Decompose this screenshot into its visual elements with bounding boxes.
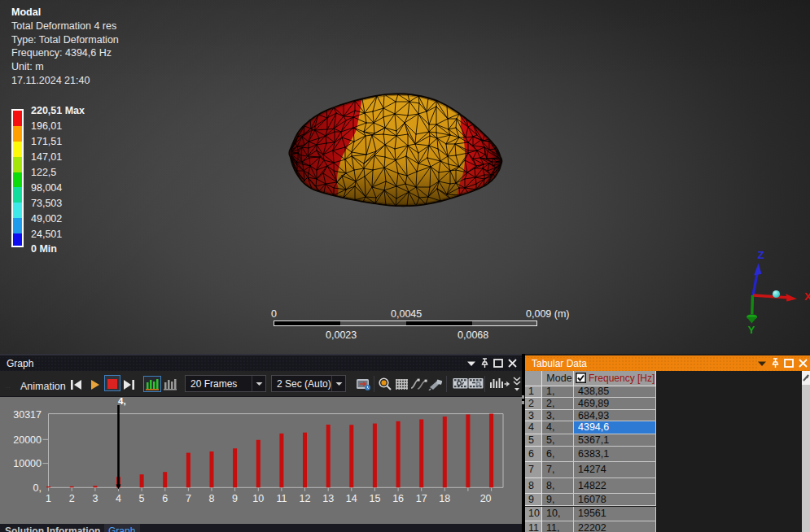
svg-text:2: 2 — [69, 493, 75, 504]
svg-text:1: 1 — [46, 493, 51, 504]
svg-text:Y: Y — [748, 324, 755, 336]
svg-text:8: 8 — [209, 493, 215, 504]
svg-text:17: 17 — [416, 493, 427, 504]
svg-text:16: 16 — [392, 493, 404, 504]
svg-text:4: 4 — [116, 493, 121, 504]
svg-text:10: 10 — [252, 493, 264, 504]
svg-text:9: 9 — [232, 493, 238, 504]
svg-text:11: 11 — [276, 493, 287, 504]
svg-text:14: 14 — [346, 493, 357, 504]
svg-text:15: 15 — [369, 493, 380, 504]
svg-text:Z: Z — [758, 249, 764, 261]
svg-text:12: 12 — [300, 493, 311, 504]
svg-text:7: 7 — [186, 493, 191, 504]
svg-text:5: 5 — [139, 493, 145, 504]
svg-text:18: 18 — [439, 493, 450, 504]
svg-text:20000: 20000 — [13, 434, 42, 446]
svg-text:4,: 4, — [118, 397, 126, 406]
svg-text:20: 20 — [480, 493, 492, 504]
svg-text:10000: 10000 — [13, 458, 42, 469]
svg-text:0,: 0, — [33, 482, 42, 494]
svg-text:13: 13 — [322, 493, 334, 504]
svg-text:6: 6 — [162, 493, 168, 504]
svg-text:X: X — [804, 290, 810, 303]
svg-text:30317: 30317 — [13, 409, 42, 421]
svg-text:3: 3 — [92, 493, 98, 504]
